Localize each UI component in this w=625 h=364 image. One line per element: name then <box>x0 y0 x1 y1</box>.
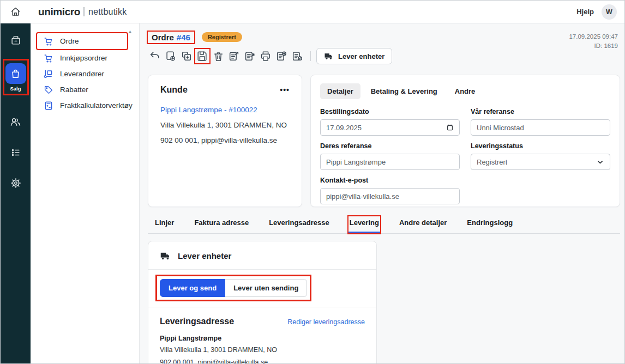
copy-plus-icon <box>181 50 193 62</box>
topbar-right: Hjelp W <box>576 4 617 20</box>
rail-item-products[interactable] <box>5 34 27 46</box>
tab-levering[interactable]: Levering <box>348 216 380 233</box>
undo-button[interactable] <box>148 49 162 63</box>
cart-icon <box>44 53 53 63</box>
delivery-panel: Lever enheter Lever og send Lever uten s… <box>148 241 377 363</box>
sidebar-item-rabatter[interactable]: Rabatter <box>31 82 139 98</box>
sidebar-collapse-icon[interactable]: ▲ <box>128 29 133 34</box>
sidebar-item-fraktkalkulator[interactable]: Fraktkalkulatorverktøy <box>31 98 139 113</box>
tab-endringslogg[interactable]: Endringslogg <box>466 216 514 233</box>
sidebar-item-label: Ordre <box>60 37 79 45</box>
print-button[interactable] <box>259 49 273 63</box>
list-cancel-icon <box>291 50 303 62</box>
delivery-recipient: Pippi Langstrømpe <box>160 335 365 342</box>
field-label: Deres referanse <box>320 142 460 150</box>
main-content: 17.09.2025 09:47 ID: 1619 Ordre #46 Regi… <box>140 23 624 363</box>
tab-betaling-levering[interactable]: Betaling & Levering <box>364 83 444 99</box>
trash-icon <box>213 51 224 62</box>
delivery-mode-toggle: Lever og send Lever uten sending <box>160 279 307 297</box>
save-button[interactable] <box>195 49 209 63</box>
copy-order-button[interactable] <box>179 49 194 63</box>
gear-icon <box>10 177 22 189</box>
undo-icon <box>149 50 161 62</box>
delivery-address-title: Leveringsadresse <box>160 317 234 326</box>
field-var-referanse: Vår referanse Unni Microstad <box>471 108 610 136</box>
our-reference-input[interactable]: Unni Microstad <box>471 119 610 136</box>
users-icon <box>9 116 22 128</box>
customer-card-title: Kunde <box>160 85 188 95</box>
field-label: Bestillingsdato <box>320 108 460 116</box>
field-label: Vår referanse <box>471 108 610 116</box>
more-options-icon[interactable]: ••• <box>280 86 290 94</box>
deliver-without-sending-button[interactable]: Lever uten sending <box>225 279 307 297</box>
rail-item-lists[interactable] <box>5 147 27 159</box>
cancel-document-button[interactable] <box>290 49 304 63</box>
secondary-sidebar: ▲ Ordre Innkjøpsordrer Leverandører Raba… <box>31 23 140 363</box>
brand-separator <box>83 7 85 16</box>
sidebar-item-innkjopsordrer[interactable]: Innkjøpsordrer <box>31 50 139 66</box>
brand-logo[interactable]: unimicro nettbutikk <box>38 6 127 18</box>
toolbar-divider <box>310 51 311 61</box>
new-order-button[interactable] <box>164 49 178 63</box>
list-icon <box>10 147 22 159</box>
order-number-link[interactable]: #46 <box>177 33 190 42</box>
customer-address: Villa Villekulla 1, 3001 DRAMMEN, NO <box>160 121 290 129</box>
add-document-button[interactable] <box>274 49 289 63</box>
deliver-and-send-button[interactable]: Lever og send <box>160 279 225 297</box>
tab-faktura-adresse[interactable]: Faktura adresse <box>193 216 250 233</box>
top-header: unimicro nettbutikk Hjelp W <box>1 1 624 23</box>
sidebar-item-label: Rabatter <box>60 86 88 94</box>
archive-box-icon <box>10 34 22 46</box>
home-icon <box>10 6 21 17</box>
tab-detaljer[interactable]: Detaljer <box>320 83 360 99</box>
user-avatar[interactable]: W <box>602 4 617 20</box>
brand-product: nettbutikk <box>88 7 127 17</box>
deliver-units-button[interactable]: Lever enheter <box>316 48 392 64</box>
delivery-status-select[interactable]: Registrert <box>471 154 610 170</box>
order-title-row: Ordre #46 Registrert <box>148 30 620 44</box>
delivery-address-line: Villa Villekulla 1, 3001 DRAMMEN, NO <box>160 345 365 355</box>
transfer-order-button[interactable] <box>243 49 257 63</box>
truck-icon <box>160 250 171 262</box>
cart-icon <box>44 37 53 46</box>
edit-delivery-address-link[interactable]: Rediger leveringsadresse <box>287 318 365 326</box>
sidebar-item-label: Leverandører <box>60 70 104 78</box>
document-send-icon <box>228 50 240 62</box>
printer-icon <box>260 50 272 62</box>
chevron-down-icon <box>596 158 604 166</box>
calendar-icon <box>446 124 454 131</box>
cards-row: Kunde ••• Pippi Langstrømpe - #100022 Vi… <box>148 75 620 207</box>
contact-email-input[interactable]: pippi@villa-villekulla.se <box>320 188 460 204</box>
tab-andre-detaljer[interactable]: Andre detaljer <box>398 216 448 233</box>
date-input[interactable]: 17.09.2025 <box>320 119 460 136</box>
field-label: Leveringsstatus <box>471 142 610 150</box>
order-meta: 17.09.2025 09:47 ID: 1619 <box>569 32 618 51</box>
field-label: Kontakt-e-post <box>320 177 460 184</box>
tab-linjer[interactable]: Linjer <box>154 216 175 233</box>
rail-item-sales[interactable] <box>5 63 26 84</box>
tab-andre[interactable]: Andre <box>448 83 483 99</box>
transfer-invoice-button[interactable] <box>227 49 241 63</box>
calculator-icon <box>44 101 53 111</box>
help-link[interactable]: Hjelp <box>576 8 594 16</box>
list-send-icon <box>244 50 256 62</box>
customer-link[interactable]: Pippi Langstrømpe - #100022 <box>160 106 290 114</box>
details-card: Detaljer Betaling & Levering Andre Besti… <box>310 75 620 207</box>
nav-rail: Salg <box>1 23 31 363</box>
tab-leveringsadresse[interactable]: Leveringsadresse <box>268 216 330 233</box>
tag-icon <box>44 85 53 95</box>
brand-name: unimicro <box>38 6 80 18</box>
sidebar-item-leverandorer[interactable]: Leverandører <box>31 66 139 82</box>
sidebar-item-ordre[interactable]: Ordre <box>37 33 127 49</box>
delete-button[interactable] <box>211 49 225 63</box>
their-reference-input[interactable]: Pippi Langstrømpe <box>320 154 460 170</box>
home-button[interactable] <box>1 6 31 17</box>
sidebar-item-label: Fraktkalkulatorverktøy <box>60 101 133 110</box>
rail-item-contacts[interactable] <box>5 116 27 128</box>
field-bestillingsdato: Bestillingsdato 17.09.2025 <box>320 108 460 136</box>
order-timestamp: 17.09.2025 09:47 <box>569 32 618 41</box>
order-id: ID: 1619 <box>569 41 618 51</box>
hand-truck-icon <box>44 69 53 79</box>
deliver-units-label: Lever enheter <box>338 52 384 60</box>
rail-item-settings[interactable] <box>5 177 27 189</box>
